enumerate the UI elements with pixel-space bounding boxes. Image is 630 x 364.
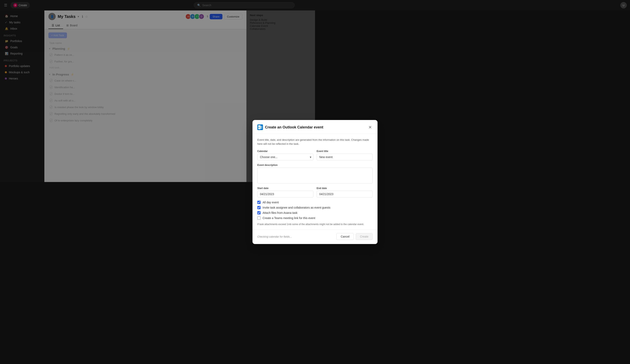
modal-overlay: O Create an Outlook Calendar event ✕ Eve… xyxy=(0,0,315,182)
calendar-label: Calendar xyxy=(257,150,314,153)
dialog-description: Event title, date, and description are g… xyxy=(257,138,315,146)
calendar-group: Calendar Choose one...Work CalendarPerso… xyxy=(257,150,314,161)
event-desc-textarea[interactable] xyxy=(257,168,315,182)
calendar-select[interactable]: Choose one...Work CalendarPersonal Calen… xyxy=(257,154,314,161)
svg-rect-3 xyxy=(260,127,262,128)
event-desc-label: Event description xyxy=(257,164,315,167)
event-desc-group: Event description xyxy=(257,164,315,182)
calendar-event-title-row: Calendar Choose one...Work CalendarPerso… xyxy=(257,150,315,161)
svg-text:O: O xyxy=(258,126,260,128)
dialog-header: O Create an Outlook Calendar event ✕ xyxy=(252,120,315,134)
calendar-select-wrapper: Choose one...Work CalendarPersonal Calen… xyxy=(257,154,314,161)
create-calendar-event-dialog: O Create an Outlook Calendar event ✕ Eve… xyxy=(252,120,315,182)
outlook-icon: O xyxy=(257,124,263,130)
svg-rect-2 xyxy=(260,126,262,127)
dialog-body: Event title, date, and description are g… xyxy=(252,134,315,182)
dialog-title: Create an Outlook Calendar event xyxy=(265,125,315,130)
svg-rect-4 xyxy=(260,128,262,129)
